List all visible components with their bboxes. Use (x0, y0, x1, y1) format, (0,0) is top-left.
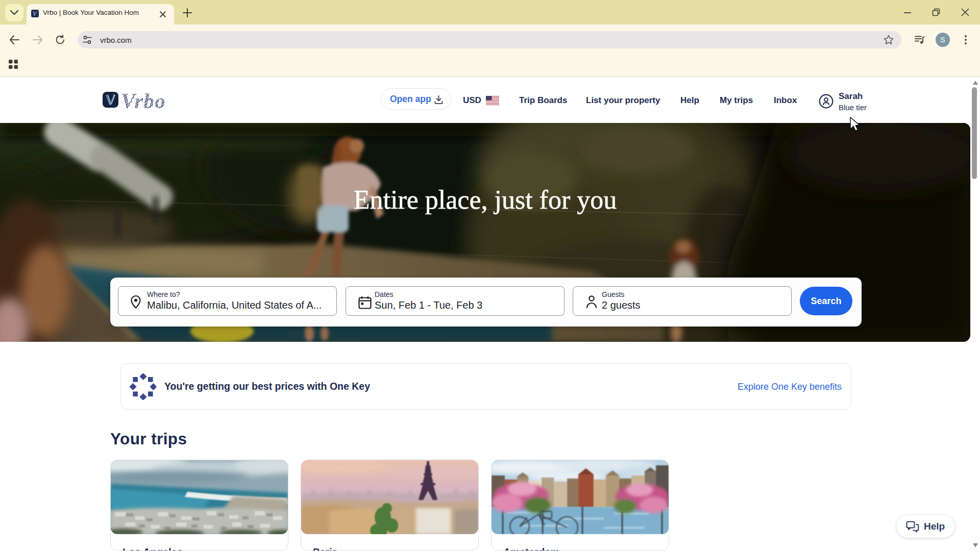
svg-text:V: V (33, 10, 37, 17)
